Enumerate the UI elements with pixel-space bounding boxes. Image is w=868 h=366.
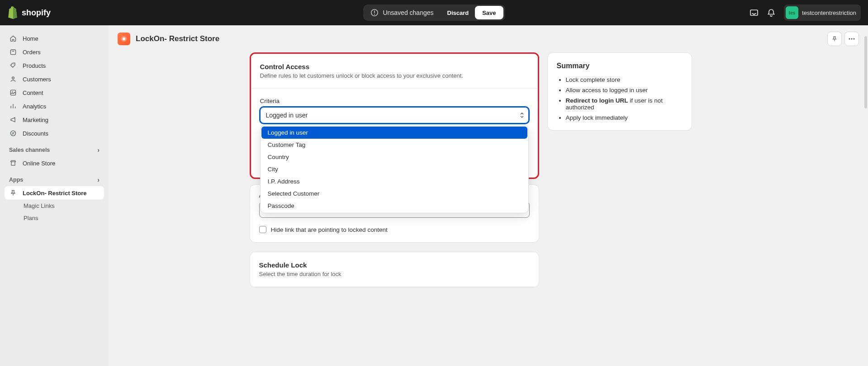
schedule-lock-title: Schedule Lock	[259, 261, 530, 269]
criteria-option[interactable]: Country	[261, 151, 527, 163]
pin-button[interactable]	[827, 32, 842, 46]
criteria-option[interactable]: Customer Tag	[261, 139, 527, 151]
sidebar-item-marketing[interactable]: Marketing	[5, 113, 104, 127]
unsaved-text: Unsaved changes	[383, 9, 433, 16]
marketing-icon	[9, 116, 17, 124]
sidebar-subitem-magic-links[interactable]: Magic Links	[5, 200, 104, 212]
sidebar-item-label: Home	[23, 35, 38, 42]
sidebar: Home Orders Products Customers Content A…	[0, 25, 109, 366]
sidebar-item-label: Content	[23, 89, 43, 96]
criteria-option[interactable]: Logged in user	[261, 127, 527, 139]
sidebar-item-label: Analytics	[23, 103, 46, 110]
criteria-option[interactable]: I.P. Address	[261, 175, 527, 188]
svg-rect-4	[10, 50, 15, 54]
criteria-selected-value: Logged in user	[266, 112, 308, 119]
home-icon	[9, 34, 17, 42]
sidebar-item-content[interactable]: Content	[5, 86, 104, 99]
discard-button[interactable]: Discard	[441, 5, 475, 21]
section-label: Apps	[9, 177, 23, 183]
header-right: tes testcontentrestriction	[749, 5, 861, 21]
svg-point-14	[849, 38, 850, 39]
svg-point-13	[123, 38, 125, 40]
sidebar-item-label: Marketing	[23, 117, 48, 123]
content-icon	[9, 89, 17, 97]
summary-item: Allow access to logged in user	[566, 87, 683, 94]
apps-header[interactable]: Apps ›	[5, 170, 104, 186]
sidebar-item-discounts[interactable]: Discounts	[5, 127, 104, 140]
sidebar-item-label: Magic Links	[24, 202, 55, 209]
schedule-lock-subtitle: Select the time duration for lock	[259, 271, 530, 277]
control-access-card: Control Access Define rules to let custo…	[250, 52, 539, 179]
top-header: shopify Unsaved changes Discard Save tes…	[0, 0, 868, 25]
svg-point-11	[14, 134, 14, 135]
page-title: LockOn- Restrict Store	[136, 34, 219, 43]
page-content: LockOn- Restrict Store Control Access De…	[109, 25, 868, 366]
control-access-subtitle: Define rules to let customers unlock or …	[260, 72, 529, 79]
summary-title: Summary	[557, 62, 683, 70]
svg-point-8	[12, 91, 13, 92]
scrollbar[interactable]	[864, 36, 867, 108]
shopify-logo[interactable]: shopify	[7, 6, 51, 19]
hide-link-label: Hide link that are pointing to locked co…	[271, 226, 388, 233]
sidebar-item-label: Plans	[24, 215, 38, 221]
summary-item: Apply lock immediately	[566, 114, 683, 121]
criteria-select[interactable]: Logged in user	[260, 107, 529, 123]
sidebar-subitem-plans[interactable]: Plans	[5, 212, 104, 224]
store-icon	[9, 159, 17, 167]
sidebar-item-app-lockon[interactable]: LockOn- Restrict Store	[5, 186, 104, 200]
chevron-right-icon: ›	[97, 176, 100, 183]
control-access-title: Control Access	[260, 63, 529, 70]
chevron-right-icon: ›	[97, 146, 100, 154]
schedule-lock-card: Schedule Lock Select the time duration f…	[250, 252, 539, 287]
customers-icon	[9, 75, 17, 83]
app-logo-icon	[118, 33, 130, 45]
sidebar-item-customers[interactable]: Customers	[5, 72, 104, 86]
page-actions	[827, 32, 859, 46]
shopify-logo-text: shopify	[22, 8, 51, 18]
shopify-bag-icon	[7, 6, 19, 19]
sidebar-item-home[interactable]: Home	[5, 32, 104, 45]
store-name: testcontentrestriction	[802, 9, 856, 16]
sidebar-item-label: Orders	[23, 49, 41, 56]
sidebar-item-label: Customers	[23, 76, 51, 83]
orders-icon	[9, 48, 17, 56]
summary-list: Lock complete store Allow access to logg…	[557, 76, 683, 121]
summary-item: Redirect to login URL if user is not aut…	[566, 97, 683, 111]
sidebar-item-label: Discounts	[23, 130, 48, 137]
sidebar-item-online-store[interactable]: Online Store	[5, 156, 104, 170]
criteria-dropdown: Logged in user Customer Tag Country City…	[260, 125, 529, 213]
sidebar-item-label: Online Store	[23, 160, 55, 167]
criteria-option[interactable]: Selected Customer	[261, 188, 527, 200]
criteria-option[interactable]: City	[261, 163, 527, 175]
analytics-icon	[9, 102, 17, 110]
unsaved-changes-bar: Unsaved changes Discard Save	[363, 5, 505, 21]
more-actions-button[interactable]	[844, 32, 859, 46]
criteria-option[interactable]: Passcode	[261, 200, 527, 212]
svg-point-5	[14, 64, 14, 65]
svg-rect-2	[374, 14, 375, 15]
sales-channels-header[interactable]: Sales channels ›	[5, 140, 104, 156]
unsaved-left: Unsaved changes	[363, 5, 441, 21]
products-icon	[9, 61, 17, 70]
svg-point-10	[12, 132, 13, 133]
page-header: LockOn- Restrict Store	[109, 25, 868, 52]
section-label: Sales channels	[9, 147, 50, 153]
avatar: tes	[786, 6, 798, 19]
sidebar-item-orders[interactable]: Orders	[5, 45, 104, 59]
svg-point-6	[12, 77, 14, 79]
summary-card: Summary Lock complete store Allow access…	[547, 52, 692, 131]
bell-icon[interactable]	[767, 8, 776, 17]
hide-link-checkbox[interactable]	[259, 226, 266, 233]
sidebar-item-label: LockOn- Restrict Store	[23, 190, 87, 197]
sidebar-item-analytics[interactable]: Analytics	[5, 99, 104, 113]
discounts-icon	[9, 129, 17, 137]
summary-item: Lock complete store	[566, 76, 683, 83]
store-switcher[interactable]: tes testcontentrestriction	[784, 5, 861, 21]
save-button[interactable]: Save	[475, 6, 503, 19]
sidebar-item-products[interactable]: Products	[5, 59, 104, 72]
sidebar-item-label: Products	[23, 62, 46, 69]
criteria-label: Criteria	[260, 98, 529, 104]
svg-point-15	[851, 38, 852, 39]
select-chevron-icon	[520, 112, 524, 118]
inbox-icon[interactable]	[749, 8, 759, 17]
